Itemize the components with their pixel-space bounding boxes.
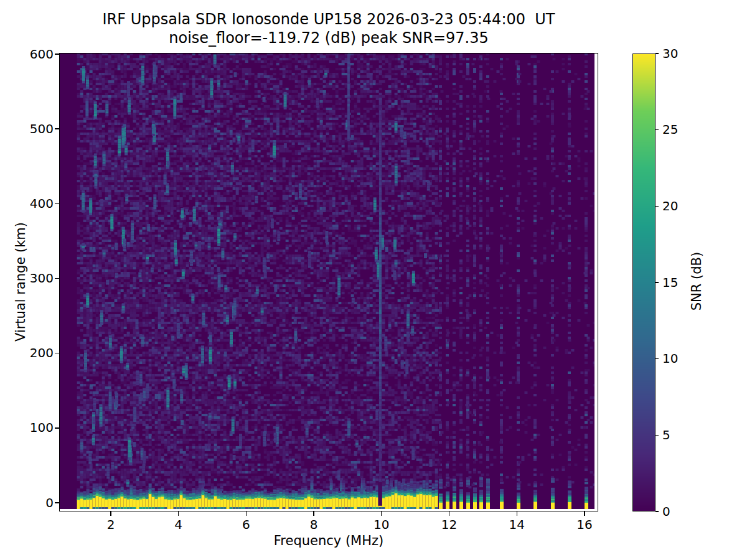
y-tick-label: 200	[9, 346, 54, 360]
plot-frame	[59, 53, 598, 511]
x-tick-label: 4	[157, 518, 200, 532]
colorbar-tick-label: 5	[662, 428, 700, 442]
tick-mark	[655, 282, 659, 282]
tick-mark	[655, 129, 659, 130]
x-tick-label: 8	[292, 518, 336, 532]
y-tick-label: 100	[9, 421, 54, 435]
y-tick-label: 0	[9, 496, 54, 510]
tick-mark	[178, 511, 179, 516]
tick-mark	[655, 358, 659, 359]
tick-mark	[655, 53, 659, 54]
colorbar-label: SNR (dB)	[689, 252, 704, 310]
y-tick-label: 600	[9, 47, 54, 62]
tick-mark	[55, 427, 59, 428]
tick-mark	[655, 511, 659, 511]
tick-mark	[313, 511, 314, 516]
colorbar-tick-label: 10	[662, 352, 700, 366]
tick-mark	[55, 353, 59, 353]
x-tick-label: 12	[428, 518, 471, 532]
colorbar-tick-label: 0	[662, 505, 700, 519]
colorbar-tick-label: 20	[662, 199, 700, 213]
colorbar-tick-label: 30	[662, 47, 700, 61]
chart-title: IRF Uppsala SDR Ionosonde UP158 2026-03-…	[59, 11, 598, 29]
y-axis-label: Virtual range (km)	[13, 222, 28, 342]
ionogram-figure: IRF Uppsala SDR Ionosonde UP158 2026-03-…	[0, 0, 747, 560]
tick-mark	[584, 511, 585, 516]
x-tick-label: 2	[89, 518, 133, 532]
tick-mark	[655, 435, 659, 436]
x-tick-label: 10	[360, 518, 403, 532]
tick-mark	[655, 206, 659, 207]
tick-mark	[246, 511, 247, 516]
colorbar-frame	[632, 54, 655, 511]
tick-mark	[55, 278, 59, 279]
tick-mark	[55, 128, 59, 129]
tick-mark	[449, 511, 449, 516]
x-axis-label: Frequency (MHz)	[59, 533, 598, 548]
x-tick-label: 14	[495, 518, 538, 532]
tick-mark	[55, 203, 59, 204]
tick-mark	[55, 54, 59, 54]
tick-mark	[517, 511, 517, 516]
tick-mark	[381, 511, 382, 516]
chart-subtitle: noise_floor=-119.72 (dB) peak SNR=97.35	[59, 29, 598, 47]
tick-mark	[55, 502, 59, 503]
x-tick-label: 6	[224, 518, 268, 532]
tick-mark	[110, 511, 111, 516]
colorbar-tick-label: 25	[662, 123, 700, 137]
x-tick-label: 16	[563, 518, 606, 532]
y-tick-label: 400	[9, 197, 54, 211]
y-tick-label: 500	[9, 122, 54, 136]
